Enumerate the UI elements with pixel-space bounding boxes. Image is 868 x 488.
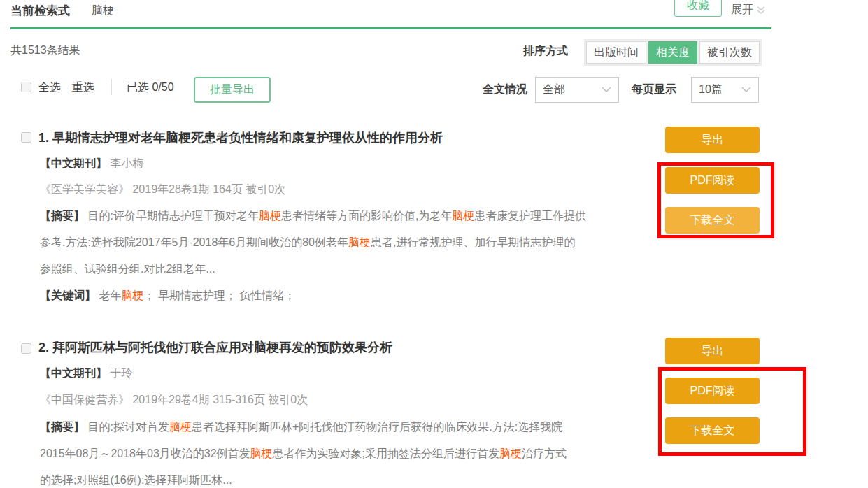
result-1-keywords: 【关键词】 老年脑梗； 早期情志护理； 负性情绪； — [40, 282, 295, 309]
result-2-title[interactable]: 2. 拜阿斯匹林与阿托伐他汀联合应用对脑梗再发的预防效果分析 — [38, 339, 392, 356]
abstract-line: 2015年08月～2018年03月收治的32例首发脑梗患者作为实验对象;采用抽签… — [40, 440, 567, 467]
selected-count: 已选 0/50 — [127, 80, 174, 95]
chevron-down-icon — [602, 87, 611, 93]
reselect-link[interactable]: 重选 — [72, 80, 94, 95]
result-2-download-fulltext-button[interactable]: 下载全文 — [665, 417, 760, 444]
current-query-value: 脑梗 — [92, 3, 114, 18]
header-divider — [10, 27, 771, 29]
per-page-select[interactable]: 10篇 — [691, 77, 759, 103]
sort-option-cited-count[interactable]: 被引次数 — [699, 41, 760, 64]
abstract-line: 参照组、试验组分组.对比2组老年... — [40, 256, 586, 282]
result-1-title-text: 早期情志护理对老年脑梗死患者负性情绪和康复护理依从性的作用分析 — [52, 131, 443, 145]
result-1-checkbox[interactable] — [21, 132, 31, 143]
per-page-value: 10篇 — [699, 82, 723, 97]
per-page-label: 每页显示 — [632, 82, 676, 97]
vertical-divider — [111, 79, 112, 95]
result-1-title[interactable]: 1. 早期情志护理对老年脑梗死患者负性情绪和康复护理依从性的作用分析 — [38, 129, 443, 146]
result-2-title-text: 拜阿斯匹林与阿托伐他汀联合应用对脑梗再发的预防效果分析 — [52, 340, 392, 354]
abstract-line: 【摘要】 目的:探讨对首发脑梗患者选择拜阿斯匹林+阿托伐他汀药物治疗后获得的临床… — [40, 414, 567, 440]
expand-label: 展开 — [731, 3, 753, 17]
current-query-label: 当前检索式 — [10, 3, 70, 19]
chevron-double-down-icon — [756, 6, 766, 15]
expand-link[interactable]: 展开 — [731, 3, 766, 17]
abstract-line: 【摘要】 目的:评价早期情志护理干预对老年脑梗患者情绪等方面的影响价值,为老年脑… — [40, 203, 586, 229]
sort-option-relevance[interactable]: 相关度 — [648, 41, 697, 64]
result-2-type-label: 【中文期刊】 — [40, 367, 107, 379]
result-2-source[interactable]: 《中国保健营养》 2019年29卷4期 315-316页 被引0次 — [40, 393, 308, 408]
select-all-checkbox[interactable] — [21, 82, 31, 92]
fulltext-filter-label: 全文情况 — [483, 82, 527, 97]
result-1-number: 1. — [38, 131, 49, 145]
sort-options-group: 出版时间 相关度 被引次数 — [584, 39, 762, 66]
result-2-number: 2. — [38, 340, 49, 354]
sort-by-label: 排序方式 — [523, 44, 568, 59]
result-2-abstract: 【摘要】 目的:探讨对首发脑梗患者选择拜阿斯匹林+阿托伐他汀药物治疗后获得的临床… — [40, 414, 567, 488]
abstract-line: 的选择;对照组(16例):选择拜阿斯匹林... — [40, 467, 567, 488]
result-1-meta: 【中文期刊】 李小梅 — [40, 157, 143, 171]
result-1-authors[interactable]: 李小梅 — [110, 157, 143, 169]
result-2-authors[interactable]: 于玲 — [110, 367, 132, 379]
search-results-page: 当前检索式 脑梗 收藏 展开 共1513条结果 排序方式 出版时间 相关度 被引… — [0, 0, 868, 488]
result-1-download-fulltext-button[interactable]: 下载全文 — [665, 207, 760, 234]
result-2-meta: 【中文期刊】 于玲 — [40, 366, 132, 381]
results-count: 共1513条结果 — [10, 43, 80, 58]
favorite-button[interactable]: 收藏 — [674, 0, 722, 17]
chevron-down-icon — [741, 87, 751, 93]
result-2-export-button[interactable]: 导出 — [665, 338, 760, 364]
select-all-link[interactable]: 全选 — [38, 80, 61, 95]
fulltext-filter-value: 全部 — [543, 82, 565, 97]
sort-option-publish-time[interactable]: 出版时间 — [586, 41, 646, 64]
result-1-source[interactable]: 《医学美学美容》 2019年28卷1期 164页 被引0次 — [40, 182, 285, 197]
result-1-pdf-read-button[interactable]: PDF阅读 — [665, 167, 760, 194]
result-1-abstract: 【摘要】 目的:评价早期情志护理干预对老年脑梗患者情绪等方面的影响价值,为老年脑… — [40, 203, 586, 282]
result-1-type-label: 【中文期刊】 — [40, 157, 107, 169]
result-2-checkbox[interactable] — [21, 343, 31, 354]
fulltext-filter-select[interactable]: 全部 — [535, 77, 619, 103]
abstract-line: 参考.方法:选择我院2017年5月-2018年6月期间收治的80例老年脑梗患者,… — [40, 229, 586, 256]
result-2-pdf-read-button[interactable]: PDF阅读 — [665, 378, 760, 404]
result-1-export-button[interactable]: 导出 — [665, 127, 760, 153]
batch-export-button[interactable]: 批量导出 — [194, 77, 271, 103]
